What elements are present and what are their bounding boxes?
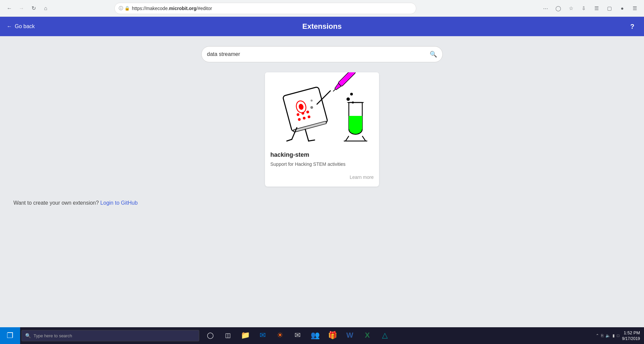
- browser-actions: ⋯ ◯ ☆ ⇩ ☰ ▢ ● ☰: [541, 3, 640, 13]
- cortana-icon: ◯: [207, 332, 214, 339]
- notification-icon[interactable]: □: [617, 333, 619, 338]
- info-icon: ⓘ: [119, 5, 123, 11]
- taskbar-app-store[interactable]: 🎁: [324, 327, 341, 344]
- browser-nav-buttons: ← → ↻ ⌂: [4, 3, 51, 14]
- taskbar-app-excel[interactable]: X: [359, 327, 376, 344]
- app-header: ← Go back Extensions ?: [0, 17, 644, 36]
- store-icon: 🎁: [328, 331, 337, 340]
- taskbar-system-tray: ⌃ ⎘ 🔈 ▮ □ 1:52 PM 9/17/2019: [592, 330, 644, 342]
- taskbar-apps: ◯ ◫ 📁 ✉ ☀ ✉ 👥 🎁 W X △: [202, 327, 393, 344]
- volume-icon: 🔈: [605, 333, 610, 338]
- sidebar-button[interactable]: ▢: [604, 3, 614, 13]
- more-options-button[interactable]: ⋯: [541, 3, 551, 13]
- refresh-button[interactable]: ↻: [28, 3, 39, 14]
- search-bar: 🔍: [201, 46, 443, 62]
- mail-icon: ✉: [294, 331, 301, 340]
- taskbar-time: 1:52 PM: [622, 330, 640, 336]
- svg-rect-26: [349, 116, 362, 129]
- outlook-icon: ✉: [260, 331, 266, 340]
- extension-card-hacking-stem[interactable]: hacking-stem Support for Hacking STEM ac…: [265, 72, 379, 187]
- taskbar-app-arduino[interactable]: △: [376, 327, 393, 344]
- main-content: 🔍: [0, 36, 644, 327]
- taskbar-app-outlook[interactable]: ✉: [254, 327, 271, 344]
- excel-icon: X: [365, 331, 370, 340]
- taskbar-date: 9/17/2019: [622, 336, 640, 342]
- card-body: hacking-stem Support for Hacking STEM ac…: [265, 146, 379, 187]
- extension-name: hacking-stem: [270, 151, 374, 158]
- task-view-icon: ◫: [225, 332, 231, 339]
- login-github-link[interactable]: Login to GitHub: [100, 200, 138, 206]
- back-arrow-icon: ←: [7, 23, 12, 29]
- arduino-icon: △: [382, 331, 388, 340]
- profile-button[interactable]: ●: [617, 3, 627, 13]
- taskbar-app-teams[interactable]: 👥: [307, 327, 323, 344]
- address-bar-icons: ⓘ 🔒: [119, 5, 130, 11]
- card-illustration: [265, 72, 379, 146]
- back-button[interactable]: ←: [4, 3, 15, 14]
- bottom-text: Want to create your own extension? Login…: [7, 200, 637, 206]
- forward-button[interactable]: →: [16, 3, 27, 14]
- taskbar-app-word[interactable]: W: [341, 327, 358, 344]
- cards-container: hacking-stem Support for Hacking STEM ac…: [7, 72, 637, 187]
- lock-icon: 🔒: [124, 6, 130, 11]
- windows-icon: ❐: [7, 331, 13, 340]
- page-title: Extensions: [302, 22, 341, 31]
- taskbar-app-files[interactable]: 📁: [237, 327, 254, 344]
- taskbar-search-bar[interactable]: 🔍 Type here to search: [21, 330, 199, 341]
- battery-icon: ▮: [612, 333, 615, 338]
- taskbar: ❐ 🔍 Type here to search ◯ ◫ 📁 ✉ ☀ ✉ 👥 🎁: [0, 327, 644, 344]
- address-bar-url: https://makecode.microbit.org/#editor: [132, 6, 412, 11]
- start-button[interactable]: ❐: [0, 327, 20, 344]
- taskbar-app-cortana[interactable]: ◯: [202, 327, 219, 344]
- bookmark-button[interactable]: ☆: [566, 3, 576, 13]
- firefox-icon: ☀: [277, 331, 283, 340]
- search-icon: 🔍: [430, 51, 437, 58]
- chevron-up-icon[interactable]: ⌃: [596, 333, 599, 338]
- files-icon: 📁: [241, 331, 250, 340]
- network-icon: ⎘: [601, 333, 603, 338]
- address-bar[interactable]: ⓘ 🔒 https://makecode.microbit.org/#edito…: [114, 3, 416, 14]
- taskbar-app-mail[interactable]: ✉: [289, 327, 306, 344]
- create-extension-prompt: Want to create your own extension?: [13, 200, 99, 206]
- go-back-button[interactable]: ← Go back: [7, 23, 35, 29]
- library-button[interactable]: ☰: [592, 3, 602, 13]
- go-back-label: Go back: [15, 23, 35, 29]
- svg-point-22: [350, 93, 353, 95]
- download-button[interactable]: ⇩: [579, 3, 589, 13]
- menu-button[interactable]: ☰: [630, 3, 640, 13]
- system-icons: ⌃ ⎘ 🔈 ▮ □: [596, 333, 619, 338]
- taskbar-clock: 1:52 PM 9/17/2019: [622, 330, 640, 342]
- search-container: 🔍: [7, 46, 637, 62]
- extension-description: Support for Hacking STEM activities: [270, 161, 374, 168]
- help-button[interactable]: ?: [627, 21, 637, 31]
- svg-point-21: [346, 97, 350, 101]
- learn-more-button[interactable]: Learn more: [350, 173, 374, 181]
- browser-chrome: ← → ↻ ⌂ ⓘ 🔒 https://makecode.microbit.or…: [0, 0, 644, 17]
- taskbar-search-icon: 🔍: [25, 333, 31, 338]
- taskbar-app-firefox[interactable]: ☀: [272, 327, 288, 344]
- pocket-button[interactable]: ◯: [553, 3, 564, 13]
- taskbar-app-task-view[interactable]: ◫: [219, 327, 236, 344]
- teams-icon: 👥: [311, 331, 320, 340]
- taskbar-search-text: Type here to search: [34, 333, 72, 338]
- card-footer: Learn more: [270, 173, 374, 181]
- search-button[interactable]: 🔍: [430, 51, 437, 58]
- home-button[interactable]: ⌂: [40, 3, 51, 14]
- card-image: [265, 72, 379, 146]
- word-icon: W: [346, 331, 354, 340]
- search-input[interactable]: [207, 51, 427, 57]
